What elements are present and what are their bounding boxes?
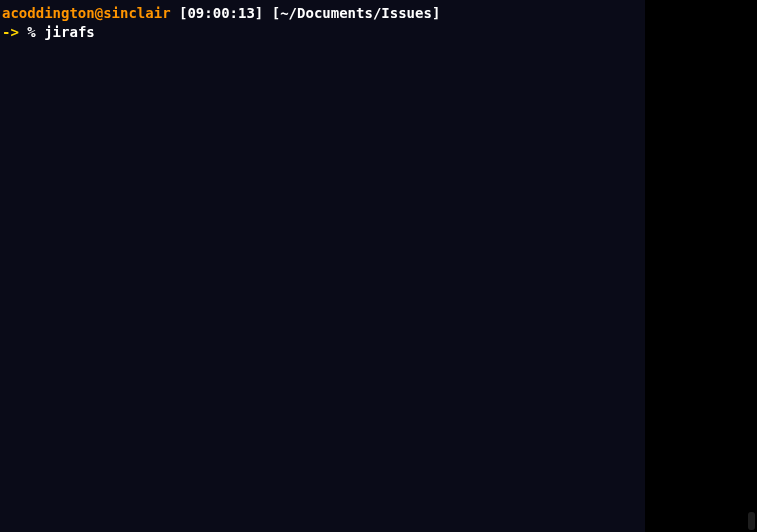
prompt-percent: %: [27, 22, 35, 43]
prompt-arrow: ->: [2, 22, 19, 43]
prompt-line-2: -> % jirafs: [2, 22, 643, 43]
prompt-path: [~/Documents/Issues]: [272, 4, 441, 22]
prompt-separator-1: [171, 4, 179, 22]
user-host: acoddington@sinclair: [2, 4, 171, 22]
scrollbar-thumb[interactable]: [748, 512, 755, 530]
prompt-separator-4: [36, 22, 44, 43]
prompt-separator-3: [19, 22, 27, 43]
prompt-time: [09:00:13]: [179, 4, 263, 22]
terminal-viewport[interactable]: acoddington@sinclair [09:00:13] [~/Docum…: [0, 0, 645, 532]
prompt-separator-2: [263, 4, 271, 22]
right-sidebar: [645, 0, 757, 532]
prompt-line-1: acoddington@sinclair [09:00:13] [~/Docum…: [2, 4, 643, 22]
command-input[interactable]: jirafs: [44, 22, 95, 43]
